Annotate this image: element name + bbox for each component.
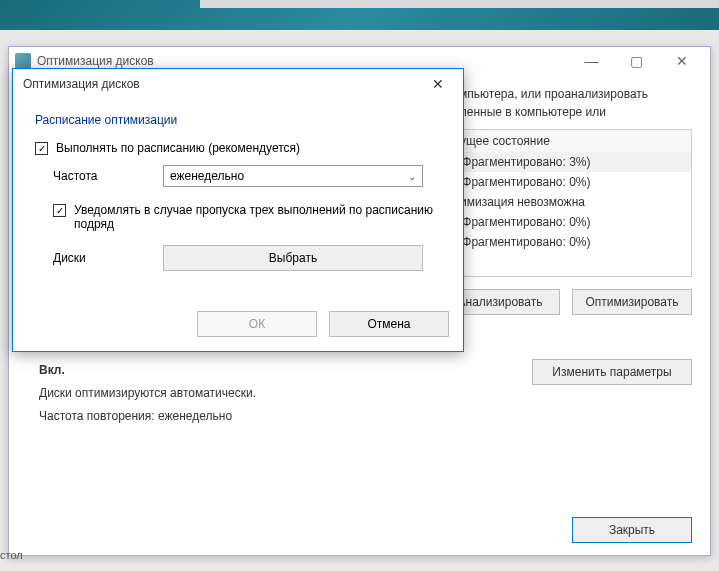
schedule-status: Вкл. [39, 359, 256, 382]
disks-label: Диски [53, 251, 143, 265]
cancel-button[interactable]: Отмена [329, 311, 449, 337]
notify-missed-label: Уведомлять в случае пропуска трех выполн… [74, 203, 441, 231]
run-on-schedule-checkbox[interactable]: ✓ [35, 142, 48, 155]
section-heading: Расписание оптимизации [35, 113, 441, 127]
frequency-select[interactable]: еженедельно ⌄ [163, 165, 423, 187]
change-settings-button[interactable]: Изменить параметры [532, 359, 692, 385]
schedule-settings-dialog: Оптимизация дисков ✕ Расписание оптимиза… [12, 68, 464, 352]
dialog-close-button[interactable]: ✕ [423, 69, 453, 99]
minimize-button[interactable]: — [569, 47, 614, 75]
dialog-titlebar[interactable]: Оптимизация дисков ✕ [13, 69, 463, 99]
desktop-icon-label: стол [0, 549, 23, 561]
close-dialog-button[interactable]: Закрыть [572, 517, 692, 543]
notify-missed-checkbox[interactable]: ✓ [53, 204, 66, 217]
app-icon [15, 53, 31, 69]
window-title: Оптимизация дисков [37, 54, 154, 68]
maximize-button[interactable]: ▢ [614, 47, 659, 75]
optimize-button[interactable]: Оптимизировать [572, 289, 692, 315]
schedule-frequency-text: Частота повторения: еженедельно [39, 405, 256, 428]
chevron-down-icon: ⌄ [408, 171, 416, 182]
dialog-title: Оптимизация дисков [23, 77, 140, 91]
frequency-value: еженедельно [170, 169, 244, 183]
choose-disks-button[interactable]: Выбрать [163, 245, 423, 271]
close-button[interactable]: ✕ [659, 47, 704, 75]
ok-button[interactable]: ОК [197, 311, 317, 337]
schedule-auto-text: Диски оптимизируются автоматически. [39, 382, 256, 405]
run-on-schedule-label: Выполнять по расписанию (рекомендуется) [56, 141, 300, 155]
frequency-label: Частота [53, 169, 143, 183]
